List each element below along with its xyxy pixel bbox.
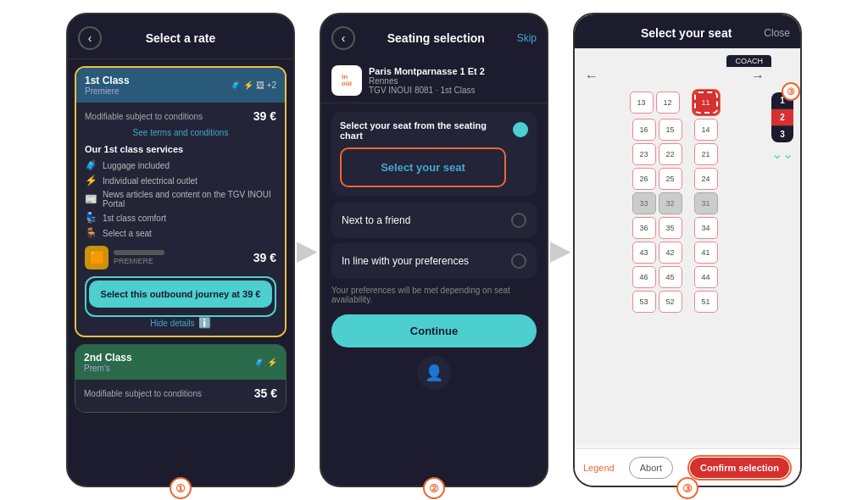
seat-22[interactable]: 22 [659, 143, 682, 165]
left-nav-arrow[interactable]: ← [585, 69, 598, 84]
pref-note: Your preferences will be met depending o… [331, 286, 537, 304]
chart-main: ← → 13 12 11 [581, 67, 793, 313]
screen1-content: 1st Class Premiere 🧳 ⚡ 🖼 +2 Modifiable s… [68, 59, 293, 486]
first-class-price: 39 € [253, 109, 276, 123]
option-label: Select your seat from the seating chart [340, 120, 506, 141]
bottom-hint: 👤 [321, 356, 547, 390]
seat-42[interactable]: 42 [659, 242, 682, 264]
seat-45[interactable]: 45 [659, 266, 682, 288]
first-class-title: 1st Class [85, 75, 130, 86]
seat-15[interactable]: 15 [659, 119, 682, 141]
screen-1-rate-select: ‹ Select a rate 1st Class Premiere 🧳 ⚡ 🖼… [66, 13, 295, 487]
service-luggage: 🧳 Luggage included [85, 159, 276, 171]
select-seat-btn-wrapper: Select your seat [340, 147, 506, 187]
seat-35[interactable]: 35 [659, 217, 682, 239]
seat-43[interactable]: 43 [632, 242, 656, 264]
radio-selected [513, 122, 528, 137]
screen3-header: Select your seat Close [575, 14, 800, 48]
seat-51[interactable]: 51 [694, 291, 718, 313]
seat-26[interactable]: 26 [632, 168, 656, 190]
screen2-content: Select your seat from the seating chart … [321, 103, 547, 356]
comfort-icon: 💺 [85, 212, 97, 224]
in-line-option[interactable]: In line with your preferences [331, 243, 537, 279]
screen2-header: ‹ Seating selection Skip [321, 14, 547, 58]
flow-arrow-1: ▶ [297, 234, 318, 266]
second-class-subtitle: Prem's [84, 364, 132, 373]
train-destination: Rennes [369, 76, 485, 86]
train-details: Paris Montparnasse 1 Et 2 Rennes TGV INO… [369, 66, 485, 95]
right-nav-arrow[interactable]: → [751, 69, 765, 84]
legend-link[interactable]: Legend [583, 463, 615, 473]
select-seat-option: Select your seat from the seating chart … [331, 112, 537, 196]
coach-2[interactable]: 2 [771, 109, 793, 126]
step-1-badge: ① [170, 477, 192, 499]
hide-details[interactable]: Hide details ℹ️ [85, 317, 276, 329]
screen1-header: ‹ Select a rate [68, 14, 293, 59]
premiere-bar [114, 250, 164, 255]
news-icon: 📰 [85, 193, 97, 205]
premiere-row: 🟧 PREMIERE 39 € [85, 246, 276, 269]
seat-41[interactable]: 41 [694, 242, 718, 264]
nav-arrows: ← → [581, 67, 768, 86]
services-title: Our 1st class services [85, 144, 276, 154]
select-journey-wrapper: Select this outbound journey at 39 € [85, 276, 276, 317]
seat-53[interactable]: 53 [632, 291, 656, 313]
seat-row-7: 43 42 41 [632, 242, 718, 264]
seat-34[interactable]: 34 [694, 217, 718, 239]
seat-23[interactable]: 23 [632, 143, 656, 165]
screen3-title: Select your seat [609, 26, 764, 40]
modifiable-label: Modifiable subject to conditions [85, 112, 203, 121]
seat-24[interactable]: 24 [694, 168, 718, 190]
screen-3-seat-select: Select your seat Close COACH ← → [573, 13, 802, 487]
premiere-price: 39 € [253, 251, 276, 264]
step-2-badge: ② [423, 477, 445, 499]
service-comfort: 💺 1st class comfort [85, 212, 276, 224]
first-class-header: 1st Class Premiere 🧳 ⚡ 🖼 +2 [76, 68, 285, 103]
seat-chart: COACH ← → 13 [575, 48, 800, 443]
coach-down-arrow: ⌄⌄ [771, 146, 793, 162]
luggage-icon: 🧳 [85, 159, 97, 171]
radio-chart-selected[interactable] [513, 122, 528, 137]
abort-button[interactable]: Abort [629, 457, 673, 479]
screen-2-seating: ‹ Seating selection Skip inoüi Paris Mon… [320, 13, 548, 487]
radio-pref[interactable] [511, 253, 526, 269]
seat-36[interactable]: 36 [632, 217, 656, 239]
premiere-badge: 🟧 PREMIERE [85, 246, 164, 269]
second-modifiable-row: Modifiable subject to conditions 35 € [84, 386, 277, 400]
seat-13[interactable]: 13 [630, 92, 654, 114]
terms-link[interactable]: See terms and conditions [85, 128, 276, 137]
seat-row-1: 13 12 11 [630, 89, 721, 116]
seat-25[interactable]: 25 [659, 168, 682, 190]
seat-16[interactable]: 16 [632, 119, 656, 141]
seat-12[interactable]: 12 [656, 92, 680, 114]
seat-52[interactable]: 52 [659, 291, 682, 313]
seat-11[interactable]: 11 [694, 92, 718, 114]
next-friend-option[interactable]: Next to a friend [331, 203, 537, 238]
train-info: TGV INOUI 8081 · 1st Class [369, 86, 485, 95]
confirm-button[interactable]: Confirm selection [690, 458, 789, 478]
seat-row-3: 23 22 21 [632, 143, 718, 165]
seat-31[interactable]: 31 [694, 192, 718, 214]
radio-friend[interactable] [511, 213, 526, 228]
seat-21[interactable]: 21 [694, 143, 718, 165]
hint-icon: 👤 [425, 364, 443, 382]
screen2-back-button[interactable]: ‹ [331, 26, 355, 50]
outlet-icon: ⚡ [85, 175, 97, 186]
service-select-seat: 🪑 Select a seat [85, 227, 276, 239]
close-button[interactable]: Close [764, 27, 790, 39]
seat-14[interactable]: 14 [694, 119, 718, 141]
skip-button[interactable]: Skip [517, 32, 537, 44]
seat-32[interactable]: 32 [659, 192, 682, 214]
back-button[interactable]: ‹ [78, 26, 102, 50]
first-class-body: Modifiable subject to conditions 39 € Se… [76, 103, 285, 336]
select-seat-button[interactable]: Select your seat [343, 151, 503, 184]
select-journey-button[interactable]: Select this outbound journey at 39 € [89, 281, 272, 308]
continue-button[interactable]: Continue [331, 314, 537, 347]
train-info-row: inoüi Paris Montparnasse 1 Et 2 Rennes T… [321, 58, 547, 103]
modifiable-row: Modifiable subject to conditions 39 € [85, 109, 276, 123]
seat-46[interactable]: 46 [632, 266, 656, 288]
seat-33[interactable]: 33 [632, 192, 656, 214]
coach-3[interactable]: 3 [771, 126, 793, 142]
seat-44[interactable]: 44 [694, 266, 718, 288]
seat-row-4: 26 25 24 [632, 168, 718, 190]
